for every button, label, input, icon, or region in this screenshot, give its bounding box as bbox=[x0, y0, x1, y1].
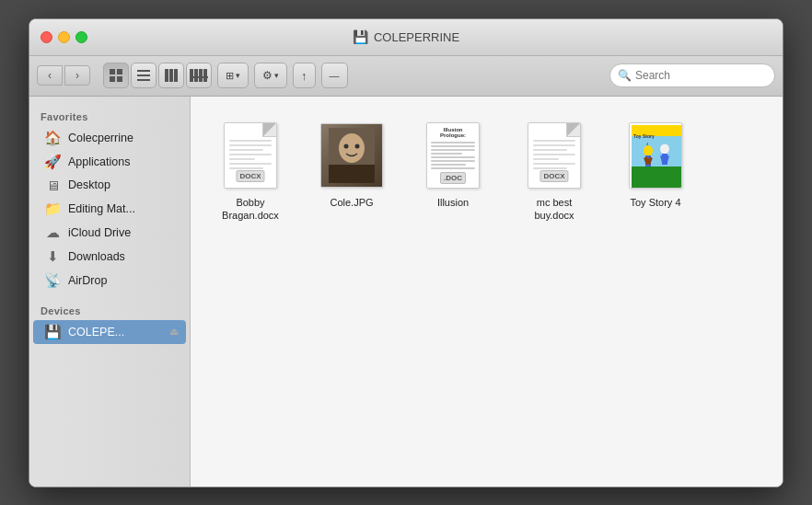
sidebar-item-desktop[interactable]: 🖥 Desktop bbox=[33, 174, 186, 197]
tag-button[interactable]: — bbox=[321, 63, 348, 88]
tag-icon: — bbox=[330, 70, 340, 81]
svg-point-16 bbox=[339, 133, 365, 163]
gear-icon: ⚙ bbox=[262, 69, 273, 82]
svg-rect-12 bbox=[199, 69, 203, 82]
docx-badge: DOCX bbox=[236, 170, 264, 182]
sidebar-item-colecperrine[interactable]: 🏠 Colecperrine bbox=[33, 126, 186, 150]
svg-rect-4 bbox=[137, 70, 150, 72]
eject-icon[interactable]: ⏏ bbox=[169, 326, 179, 338]
file-icon-bobby-bragan: DOCX bbox=[218, 119, 283, 192]
file-icon-illusion: IllusionPrologue: .D bbox=[421, 119, 485, 192]
sidebar-item-label: Desktop bbox=[68, 178, 110, 191]
search-box[interactable]: 🔍 bbox=[609, 63, 775, 87]
sidebar-item-label: AirDrop bbox=[68, 274, 107, 287]
sidebar-item-label: COLEPE... bbox=[68, 326, 124, 339]
sidebar-item-editing-mat[interactable]: 📁 Editing Mat... bbox=[33, 197, 186, 221]
docx-badge-2: DOCX bbox=[539, 170, 568, 182]
sidebar: Favorites 🏠 Colecperrine 🚀 Applications … bbox=[29, 97, 191, 487]
sidebar-item-label: Applications bbox=[68, 155, 130, 168]
action-button[interactable]: ⚙ ▾ bbox=[254, 63, 287, 88]
file-label: mc best buy.docx bbox=[516, 196, 592, 223]
svg-rect-22 bbox=[632, 166, 681, 188]
jpg-icon bbox=[320, 123, 383, 188]
favorites-header: Favorites bbox=[29, 106, 190, 126]
list-view-button[interactable] bbox=[131, 63, 157, 88]
back-button[interactable]: ‹ bbox=[37, 65, 63, 86]
column-view-icon bbox=[165, 69, 178, 82]
list-view-icon bbox=[137, 69, 150, 82]
toy-story-svg: Toy Story 4 bbox=[630, 123, 682, 189]
sidebar-item-downloads[interactable]: ⬇ Downloads bbox=[33, 245, 186, 269]
toolbar: ‹ › bbox=[29, 56, 783, 97]
titlebar: 💾 COLEPERRINE bbox=[29, 19, 783, 56]
nav-buttons: ‹ › bbox=[37, 65, 90, 86]
svg-rect-2 bbox=[110, 76, 115, 82]
file-item-cole-jpg[interactable]: Cole.JPG bbox=[310, 115, 393, 226]
svg-rect-7 bbox=[165, 69, 168, 82]
svg-rect-13 bbox=[203, 69, 207, 82]
content-area: Favorites 🏠 Colecperrine 🚀 Applications … bbox=[29, 97, 783, 487]
arrange-icon: ⊞ bbox=[226, 70, 234, 82]
file-label: Bobby Bragan.docx bbox=[213, 196, 288, 223]
title-text: COLEPERRINE bbox=[374, 30, 459, 44]
toy-story-img: Toy Story 4 bbox=[629, 122, 682, 189]
file-label: Cole.JPG bbox=[330, 196, 373, 209]
minimize-button[interactable] bbox=[58, 31, 70, 43]
file-item-mc-best-buy[interactable]: DOCX mc best buy.docx bbox=[513, 115, 596, 226]
svg-rect-11 bbox=[194, 69, 198, 82]
file-item-illusion[interactable]: IllusionPrologue: .D bbox=[412, 115, 494, 226]
files-grid: DOCX Bobby Bragan.docx bbox=[209, 115, 764, 226]
sidebar-item-airdrop[interactable]: 📡 AirDrop bbox=[33, 269, 186, 293]
file-area: DOCX Bobby Bragan.docx bbox=[191, 97, 783, 487]
cover-flow-button[interactable] bbox=[186, 63, 212, 88]
svg-rect-9 bbox=[174, 69, 178, 82]
svg-point-17 bbox=[344, 143, 349, 148]
device-icon: 💾 bbox=[44, 324, 61, 340]
svg-rect-8 bbox=[169, 69, 173, 82]
close-button[interactable] bbox=[41, 31, 52, 43]
doc-badge: .DOC bbox=[440, 172, 466, 184]
finder-window: 💾 COLEPERRINE ‹ › bbox=[29, 18, 783, 488]
sidebar-item-icloud-drive[interactable]: ☁ iCloud Drive bbox=[33, 221, 186, 245]
svg-rect-1 bbox=[117, 69, 122, 75]
maximize-button[interactable] bbox=[75, 31, 87, 43]
icon-view-button[interactable] bbox=[103, 63, 129, 88]
downloads-icon: ⬇ bbox=[44, 248, 61, 265]
arrange-button[interactable]: ⊞ ▾ bbox=[217, 63, 249, 88]
illusion-lines bbox=[427, 140, 479, 171]
svg-rect-5 bbox=[137, 75, 150, 76]
forward-button[interactable]: › bbox=[64, 65, 90, 86]
drive-icon: 💾 bbox=[353, 29, 368, 44]
sidebar-item-label: iCloud Drive bbox=[68, 226, 131, 239]
file-item-bobby-bragan[interactable]: DOCX Bobby Bragan.docx bbox=[209, 115, 292, 226]
sidebar-item-applications[interactable]: 🚀 Applications bbox=[33, 150, 186, 174]
sidebar-item-label: Downloads bbox=[68, 250, 125, 263]
svg-rect-3 bbox=[117, 76, 122, 82]
search-input[interactable] bbox=[635, 69, 767, 82]
sidebar-item-label: Editing Mat... bbox=[68, 202, 135, 215]
svg-point-28 bbox=[660, 143, 669, 154]
devices-header: Devices bbox=[29, 300, 190, 320]
sidebar-item-label: Colecperrine bbox=[68, 132, 133, 144]
docx-icon: DOCX bbox=[224, 122, 277, 189]
icon-view-icon bbox=[110, 69, 122, 82]
illusion-title-text: IllusionPrologue: bbox=[427, 123, 479, 140]
svg-rect-19 bbox=[329, 165, 375, 183]
window-title: 💾 COLEPERRINE bbox=[353, 29, 459, 44]
airdrop-icon: 📡 bbox=[44, 272, 61, 289]
svg-rect-6 bbox=[137, 79, 150, 81]
folder-icon: 📁 bbox=[44, 201, 61, 217]
photo-placeholder bbox=[321, 124, 382, 187]
svg-text:Toy Story: Toy Story bbox=[633, 133, 655, 139]
sidebar-item-colepe[interactable]: 💾 COLEPE... ⏏ bbox=[33, 320, 186, 344]
file-icon-mc-best-buy: DOCX bbox=[522, 119, 586, 192]
svg-point-24 bbox=[644, 145, 653, 156]
search-icon: 🔍 bbox=[618, 69, 632, 82]
svg-point-18 bbox=[355, 143, 360, 148]
view-buttons bbox=[103, 63, 212, 88]
share-button[interactable]: ↑ bbox=[293, 63, 316, 88]
traffic-lights bbox=[41, 31, 87, 43]
file-label: Illusion bbox=[437, 196, 469, 209]
column-view-button[interactable] bbox=[158, 63, 184, 88]
file-item-toy-story[interactable]: Toy Story 4 Toy Story 4 bbox=[614, 115, 697, 226]
